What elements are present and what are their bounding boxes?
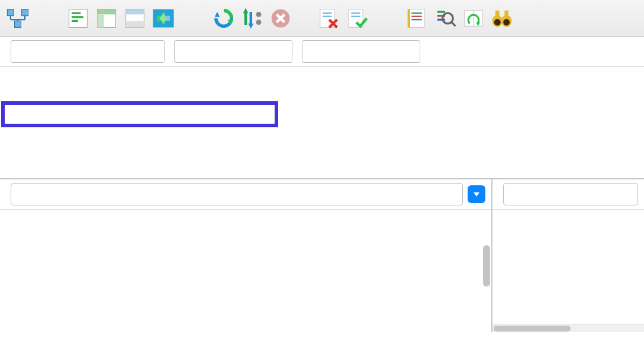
svg-marker-18	[215, 12, 220, 17]
remote-pane	[492, 179, 644, 332]
svg-rect-2	[15, 21, 21, 27]
password-input[interactable]	[302, 40, 420, 63]
svg-rect-1	[22, 9, 28, 15]
process-queue-icon[interactable]	[239, 5, 265, 31]
binoculars-icon[interactable]	[489, 5, 515, 31]
svg-line-46	[452, 22, 456, 26]
svg-rect-12	[98, 9, 116, 14]
local-path-dropdown-icon[interactable]	[468, 185, 485, 203]
host-input[interactable]	[11, 40, 165, 63]
quickconnect-bar	[0, 37, 644, 67]
svg-point-24	[256, 12, 262, 17]
filter-icon[interactable]	[404, 5, 430, 31]
search-icon[interactable]	[432, 5, 458, 31]
local-site-bar	[0, 179, 491, 209]
svg-rect-7	[69, 9, 88, 27]
cancel-icon[interactable]	[268, 5, 294, 31]
toggle-local-tree-icon[interactable]	[94, 5, 120, 31]
local-scrollbar[interactable]	[483, 245, 490, 287]
svg-rect-54	[495, 10, 500, 17]
local-tree[interactable]	[0, 209, 491, 332]
remote-hscroll[interactable]	[492, 324, 644, 332]
refresh-icon[interactable]	[211, 5, 237, 31]
compare-icon[interactable]	[461, 5, 487, 31]
svg-point-52	[494, 19, 501, 25]
svg-rect-15	[126, 9, 144, 14]
svg-point-45	[443, 13, 453, 24]
toggle-remote-tree-icon[interactable]	[122, 5, 148, 31]
svg-marker-21	[243, 8, 249, 13]
svg-marker-23	[248, 23, 253, 28]
remote-path-input[interactable]	[503, 183, 638, 205]
svg-rect-55	[504, 10, 508, 17]
svg-point-53	[503, 19, 510, 25]
reconnect-icon[interactable]	[343, 5, 369, 31]
site-manager-icon[interactable]	[5, 5, 31, 31]
local-pane	[0, 179, 492, 332]
svg-point-25	[256, 20, 262, 25]
username-input[interactable]	[174, 40, 292, 63]
svg-marker-56	[474, 192, 479, 197]
toggle-log-icon[interactable]	[65, 5, 91, 31]
disconnect-icon[interactable]	[315, 5, 341, 31]
svg-rect-13	[98, 14, 104, 27]
svg-rect-37	[409, 9, 424, 27]
message-log[interactable]	[0, 67, 644, 179]
local-path-input[interactable]	[11, 183, 463, 205]
site-panes	[0, 179, 644, 332]
highlight-annotation	[1, 101, 278, 127]
remote-site-bar	[492, 179, 644, 209]
remote-tree[interactable]	[492, 209, 644, 324]
toggle-transfer-queue-icon[interactable]	[150, 5, 176, 31]
svg-rect-0	[7, 9, 14, 15]
svg-rect-16	[126, 21, 144, 27]
main-toolbar	[0, 0, 644, 37]
